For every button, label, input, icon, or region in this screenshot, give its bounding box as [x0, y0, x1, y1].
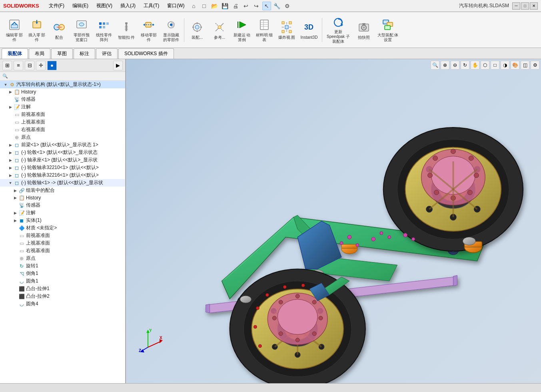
tree-front-plane[interactable]: ▶ ▭ 前视基准面	[0, 111, 125, 118]
win-maximize[interactable]: □	[521, 2, 529, 10]
tab-assembly[interactable]: 装配体	[2, 48, 28, 59]
tree-sensor[interactable]: ▶ 📡 传感器	[0, 96, 125, 103]
expand-part5[interactable]: ▶	[8, 173, 13, 178]
win-close[interactable]: ✕	[530, 2, 538, 10]
move-part-button[interactable]: 移动零部 件	[138, 16, 159, 44]
tree-chamfer[interactable]: ▶ ◹ 倒角1	[0, 270, 125, 277]
tree-origin[interactable]: ▶ ⊕ 原点	[0, 133, 125, 141]
display-manager-btn[interactable]: ●	[47, 61, 57, 70]
qa-new[interactable]: □	[200, 2, 209, 10]
sidebar-expand-btn[interactable]: ▶	[113, 61, 123, 70]
qa-options[interactable]: ⚙	[283, 2, 292, 10]
menu-edit[interactable]: 编辑(E)	[69, 2, 92, 10]
tree-part1[interactable]: ▶ ◻ 前梁<1> (默认<<默认>_显示状态 1>	[0, 141, 125, 149]
menu-view[interactable]: 视图(V)	[93, 2, 116, 10]
tree-right-plane[interactable]: ▶ ▭ 右视基准面	[0, 126, 125, 133]
qa-redo[interactable]: ↪	[252, 2, 261, 10]
tree-top-plane[interactable]: ▶ ▭ 上视基准面	[0, 118, 125, 126]
right-plane-label: 右视基准面	[21, 126, 45, 133]
assembly-config-button[interactable]: 装配...	[187, 16, 208, 44]
tree-sensor-sub[interactable]: ▶ 📡 传感器	[0, 201, 125, 209]
property-manager-btn[interactable]: ≡	[14, 61, 23, 70]
update-speedpak-button[interactable]: 更新 Speedpak 子装配体	[325, 16, 352, 44]
tree-revolve[interactable]: ▶ ↻ 旋转1	[0, 262, 125, 270]
expand-root[interactable]: ▼	[3, 82, 8, 87]
tree-top-plane-sub[interactable]: ▶ ▭ 上视基准面	[0, 239, 125, 247]
tree-part3[interactable]: ▶ ◻ (-) 轴承座<1> (默认<<默认>_显示状	[0, 156, 125, 164]
tree-part2[interactable]: ▶ ◻ (-) 轮毂<1> (默认<<默认>_显示状态	[0, 149, 125, 156]
tree-material-sub[interactable]: ▶ 🔷 材质 <未指定>	[0, 224, 125, 232]
tree-front-plane-sub[interactable]: ▶ ▭ 前视基准面	[0, 232, 125, 239]
qa-save[interactable]: 💾	[221, 2, 230, 10]
win-minimize[interactable]: ─	[512, 2, 520, 10]
tree-annot-sub[interactable]: ▶ 📝 注解	[0, 209, 125, 217]
tree-boss2[interactable]: ▶ ⬛ 凸台-拉伸2	[0, 293, 125, 300]
expand-part4[interactable]: ▶	[8, 165, 13, 170]
tab-layout[interactable]: 布局	[29, 48, 50, 59]
qa-print[interactable]: 🖨	[231, 2, 240, 10]
tree-history-top[interactable]: ▶ 📋 History	[0, 88, 125, 96]
tab-solidworks-addins[interactable]: SOLIDWORKS 插件	[118, 48, 174, 59]
mate-button[interactable]: 配合	[49, 16, 70, 44]
show-hide-button[interactable]: 显示隐藏 的零部件	[161, 16, 182, 44]
linear-pattern-button[interactable]: 线性零件 阵列	[94, 16, 114, 44]
svg-point-140	[254, 325, 257, 328]
expand-mates[interactable]: ▶	[13, 188, 18, 193]
snapshot-button[interactable]: 拍快照	[353, 16, 374, 44]
expand-annot-sub[interactable]: ▶	[13, 211, 18, 215]
menu-file[interactable]: 文件(F)	[46, 2, 68, 10]
tree-root[interactable]: ▼ ⚙ 汽车转向机构 (默认<默认_显示状态-1>)	[0, 81, 125, 88]
instant3d-button[interactable]: 3D Instant3D	[299, 16, 319, 44]
menu-tools[interactable]: 工具(T)	[140, 2, 162, 10]
menu-insert[interactable]: 插入(J)	[117, 2, 139, 10]
expand-part3[interactable]: ▶	[8, 158, 13, 163]
tree-solid-sub[interactable]: ▶ ◼ 实体(1)	[0, 217, 125, 224]
expand-history-sub[interactable]: ▶	[13, 195, 18, 200]
tree-part4[interactable]: ▶ ◻ (-) 轮毂轴承32210<1> (默认<<默认>	[0, 164, 125, 171]
tree-history-sub[interactable]: ▶ 📋 History	[0, 194, 125, 201]
expand-history-top[interactable]: ▶	[8, 90, 13, 94]
expand-part2[interactable]: ▶	[8, 150, 13, 155]
boss2-icon: ⬛	[18, 293, 25, 300]
dimbxpert-btn[interactable]: ✛	[36, 61, 46, 70]
new-motion-button[interactable]: 新建运 动算例	[232, 16, 252, 44]
tree-part5[interactable]: ▶ ◻ (-) 轮毂轴承32216<1> (默认<<默认>	[0, 171, 125, 179]
tab-annotation[interactable]: 标注	[74, 48, 95, 59]
bom-button[interactable]: 材料明 细表	[254, 16, 275, 44]
feature-manager-btn[interactable]: ⊞	[2, 61, 12, 70]
qa-rebuild[interactable]: 🔧	[273, 2, 281, 10]
insert-part-button[interactable]: 插入零 部件	[26, 16, 47, 44]
smart-fastener-button[interactable]: 智能扣 件	[116, 16, 137, 44]
reference-button[interactable]: 参考...	[209, 16, 230, 44]
menu-window[interactable]: 窗口(W)	[164, 2, 188, 10]
qa-open[interactable]: 📂	[210, 2, 219, 10]
tree-boss1[interactable]: ▶ ⬛ 凸台-拉伸1	[0, 285, 125, 293]
annot-sub-label: 注解	[26, 209, 36, 216]
expand-solid-sub[interactable]: ▶	[13, 218, 18, 223]
tree-annot[interactable]: ▶ 📝 注解	[0, 103, 125, 111]
qa-select[interactable]: ↖	[262, 2, 271, 10]
edit-assembly-button[interactable]: 编辑零 部件	[4, 16, 25, 44]
instant3d-icon: 3D	[302, 20, 316, 34]
expand-annot[interactable]: ▶	[8, 105, 13, 109]
qa-undo[interactable]: ↩	[242, 2, 250, 10]
feature-tree[interactable]: ▼ ⚙ 汽车转向机构 (默认<默认_显示状态-1>) ▶ 📋 History ▶…	[0, 81, 125, 383]
tree-mates[interactable]: ▶ 🔗 组装中的配合	[0, 187, 125, 194]
tree-part6[interactable]: ▼ ◻ (-) 轮毂轴<1> -> (默认<<默认>_显示状	[0, 179, 125, 187]
3d-viewport[interactable]: 🔍 ⊕ ⊖ ↻ ✋ ⬡ □ ◑ 🎨 ◫ ⚙	[126, 59, 541, 383]
tree-origin-sub[interactable]: ▶ ⊕ 原点	[0, 255, 125, 262]
config-manager-btn[interactable]: ⊟	[25, 61, 34, 70]
large-assembly-button[interactable]: 大型装配 体设置	[376, 16, 400, 44]
part-preview-button[interactable]: 零部件预 览窗口	[71, 16, 92, 44]
qa-home[interactable]: ⌂	[190, 2, 198, 10]
tree-right-plane-sub[interactable]: ▶ ▭ 右视基准面	[0, 247, 125, 255]
expand-part1[interactable]: ▶	[8, 143, 13, 147]
part5-icon: ◻	[14, 172, 20, 179]
tab-evaluate[interactable]: 评估	[96, 48, 118, 59]
tree-fillet4[interactable]: ▶ ◡ 圆角4	[0, 300, 125, 308]
tree-fillet1[interactable]: ▶ ◡ 圆角1	[0, 277, 125, 285]
explode-view-button[interactable]: 爆炸视 图	[276, 16, 297, 44]
expand-part6[interactable]: ▼	[8, 181, 13, 185]
svg-point-101	[433, 156, 438, 161]
tab-sketch[interactable]: 草图	[51, 48, 73, 59]
